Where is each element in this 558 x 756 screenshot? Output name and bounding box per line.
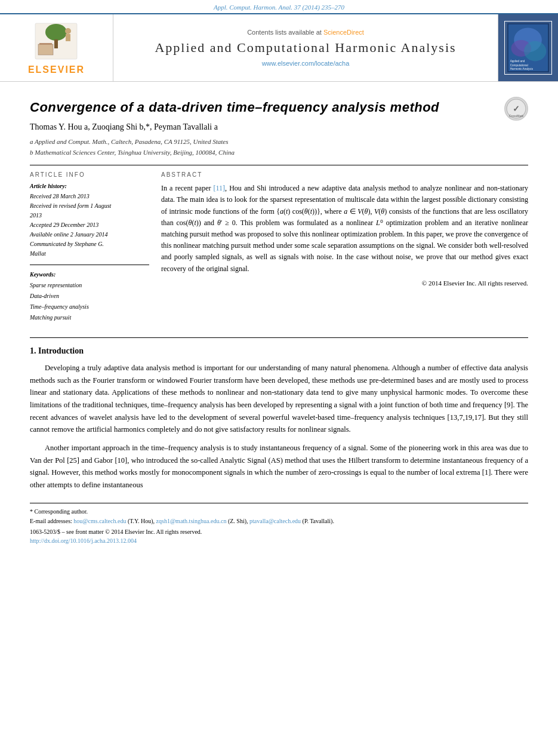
abstract-text: In a recent paper [11], Hou and Shi intr… [161, 183, 528, 275]
journal-title: Applied and Computational Harmonic Analy… [155, 39, 456, 57]
keywords-list: Sparse representation Data-driven Time–f… [30, 280, 149, 323]
section-divider-1 [30, 337, 528, 338]
issn-line: 1063-5203/$ – see front matter © 2014 El… [30, 528, 528, 535]
doi-line: http://dx.doi.org/10.1016/j.acha.2013.12… [30, 537, 528, 544]
footnote-divider [30, 503, 528, 503]
intro-paragraph-1: Developing a truly adaptive data analysi… [30, 362, 528, 436]
svg-text:Computational: Computational [510, 64, 528, 67]
svg-point-1 [45, 24, 67, 41]
article-history-section: Article history: Received 28 March 2013 … [30, 183, 149, 259]
authors-line: Thomas Y. Hou a, Zuoqiang Shi b,*, Peyma… [30, 122, 528, 132]
svg-text:Applied and: Applied and [510, 60, 525, 63]
sciencedirect-link[interactable]: ScienceDirect [323, 29, 364, 36]
crossmark-badge[interactable]: ✓ CrossMark [504, 97, 528, 121]
paper-title: Convergence of a data-driven time–freque… [30, 100, 528, 115]
svg-rect-4 [66, 34, 70, 41]
journal-info-center: Contents lists available at ScienceDirec… [113, 14, 498, 81]
affiliations: a Applied and Comput. Math., Caltech, Pa… [30, 137, 528, 158]
journal-header: ELSEVIER Contents lists available at Sci… [0, 13, 558, 82]
svg-rect-5 [38, 44, 53, 55]
abstract-column: ABSTRACT In a recent paper [11], Hou and… [161, 171, 528, 329]
info-divider [30, 265, 149, 265]
footnotes: * Corresponding author. E-mail addresses… [30, 507, 528, 526]
main-content: ✓ CrossMark Convergence of a data-driven… [0, 82, 558, 556]
keywords-label: Keywords: [30, 271, 149, 278]
affiliation-a: a Applied and Comput. Math., Caltech, Pa… [30, 137, 528, 147]
keywords-section: Keywords: Sparse representation Data-dri… [30, 271, 149, 323]
copyright-notice: © 2014 Elsevier Inc. All rights reserved… [161, 279, 528, 287]
elsevier-logo-section: ELSEVIER [0, 14, 113, 81]
journal-cover-thumbnail: Applied and Computational Harmonic Analy… [498, 14, 558, 81]
section-1-title: 1. Introduction [30, 346, 528, 356]
history-label: Article history: [30, 183, 149, 189]
journal-reference-line: Appl. Comput. Harmon. Anal. 37 (2014) 23… [0, 0, 558, 13]
article-info-header: ARTICLE INFO [30, 171, 149, 178]
sciencedirect-label: Contents lists available at ScienceDirec… [247, 29, 364, 36]
intro-paragraph-2: Another important approach in the time–f… [30, 442, 528, 491]
history-text: Received 28 March 2013 Received in revis… [30, 192, 149, 259]
affiliation-b: b Mathematical Sciences Center, Tsinghua… [30, 147, 528, 158]
article-info-abstract: ARTICLE INFO Article history: Received 2… [30, 171, 528, 329]
svg-text:Harmonic Analysis: Harmonic Analysis [510, 67, 534, 70]
svg-text:✓: ✓ [513, 104, 520, 113]
journal-cover-image: Applied and Computational Harmonic Analy… [504, 21, 552, 75]
svg-point-3 [65, 28, 71, 34]
corresponding-author-note: * Corresponding author. [30, 507, 528, 517]
article-info-column: ARTICLE INFO Article history: Received 2… [30, 171, 149, 329]
svg-rect-6 [39, 43, 52, 45]
svg-rect-2 [54, 39, 58, 48]
svg-text:CrossMark: CrossMark [509, 114, 524, 118]
journal-url[interactable]: www.elsevier.com/locate/acha [262, 60, 350, 67]
svg-point-11 [524, 41, 546, 62]
abstract-header: ABSTRACT [161, 171, 528, 178]
email-addresses: E-mail addresses: hou@cms.caltech.edu (T… [30, 517, 528, 526]
crossmark-icon: ✓ CrossMark [504, 97, 528, 121]
header-divider [30, 165, 528, 165]
elsevier-wordmark: ELSEVIER [28, 64, 85, 75]
